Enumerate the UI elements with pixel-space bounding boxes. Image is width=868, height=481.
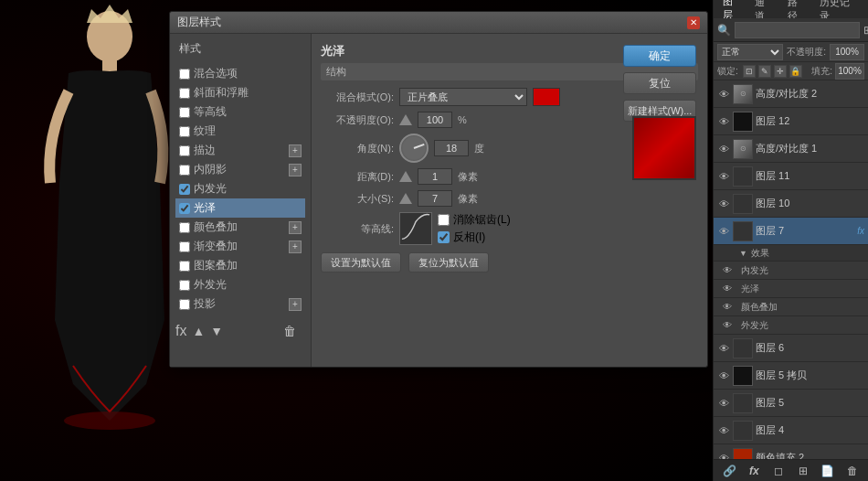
effect-visibility-color-overlay-effect[interactable]: 👁 — [723, 302, 734, 313]
add-fx-icon[interactable]: fx — [746, 463, 762, 479]
layer-item-adjustment2[interactable]: 👁⊙高度/对比度 1 — [714, 135, 868, 163]
effect-visibility-outer-glow-effect[interactable]: 👁 — [723, 320, 734, 331]
layer-item-layer7[interactable]: 👁图层 7fx — [714, 218, 868, 245]
opacity-input-layers[interactable] — [830, 44, 864, 60]
effect-item-satin-effect[interactable]: 👁光泽 — [714, 280, 868, 298]
add-btn-drop-shadow[interactable]: + — [289, 298, 302, 311]
up-icon[interactable]: ▲ — [192, 324, 205, 338]
style-item-bevel[interactable]: 斜面和浮雕 — [175, 83, 305, 102]
layer-item-layer5[interactable]: 👁图层 5 — [714, 390, 868, 417]
style-item-contour-bevel[interactable]: 等高线 — [175, 102, 305, 122]
lock-image-icon[interactable]: ✎ — [758, 65, 771, 78]
style-checkbox-color-overlay[interactable] — [179, 222, 190, 233]
style-item-inner-glow[interactable]: 内发光 — [175, 179, 305, 198]
style-checkbox-texture[interactable] — [179, 126, 190, 137]
layer-item-layer12[interactable]: 👁图层 12 — [714, 108, 868, 135]
add-btn-inner-shadow[interactable]: + — [289, 164, 302, 176]
style-checkbox-gradient-overlay[interactable] — [179, 241, 190, 252]
lock-position-icon[interactable]: ✛ — [774, 65, 787, 78]
search-icon[interactable]: 🔍 — [717, 23, 731, 37]
add-btn-gradient-overlay[interactable]: + — [289, 240, 302, 253]
effect-item-outer-glow-effect[interactable]: 👁外发光 — [714, 316, 868, 335]
layer-item-layer11[interactable]: 👁图层 11 — [714, 163, 868, 190]
contour-preview[interactable] — [399, 212, 432, 245]
filter-kind-icon[interactable]: ⊞ — [863, 23, 868, 37]
style-item-satin[interactable]: 光泽 — [175, 198, 305, 218]
layer-item-adjustment1[interactable]: 👁⊙高度/对比度 2 — [714, 80, 868, 108]
layer-item-layer10[interactable]: 👁图层 10 — [714, 190, 868, 218]
add-btn-stroke[interactable]: + — [289, 144, 302, 157]
style-item-color-overlay[interactable]: 颜色叠加+ — [175, 218, 305, 237]
layer-visibility-layer6[interactable]: 👁 — [717, 342, 730, 355]
style-checkbox-outer-glow[interactable] — [179, 280, 190, 291]
layer-visibility-layer11[interactable]: 👁 — [717, 170, 730, 183]
layer-visibility-layer7[interactable]: 👁 — [717, 225, 730, 238]
link-layers-icon[interactable]: 🔗 — [721, 463, 737, 479]
effect-item-inner-glow-effect[interactable]: 👁内发光 — [714, 262, 868, 280]
fx-icon[interactable]: fx — [175, 323, 186, 339]
fill-input[interactable] — [835, 63, 864, 80]
style-checkbox-inner-shadow[interactable] — [179, 165, 190, 176]
layer-item-layer5-copy[interactable]: 👁图层 5 拷贝 — [714, 362, 868, 390]
anti-alias-row[interactable]: 消除锯齿(L) — [438, 212, 511, 228]
effect-visibility-inner-glow-effect[interactable]: 👁 — [723, 265, 734, 276]
style-checkbox-satin[interactable] — [179, 203, 190, 214]
layer-visibility-layer12[interactable]: 👁 — [717, 115, 730, 128]
new-fill-layer-icon[interactable]: ⊞ — [795, 463, 811, 479]
set-default-button[interactable]: 设置为默认值 — [321, 252, 401, 273]
layer-search-input[interactable] — [735, 22, 860, 38]
style-checkbox-contour-bevel[interactable] — [179, 107, 190, 118]
effect-item-color-overlay-effect[interactable]: 👁颜色叠加 — [714, 298, 868, 316]
style-item-pattern-overlay[interactable]: 图案叠加 — [175, 256, 305, 275]
reset-default-button[interactable]: 复位为默认值 — [408, 252, 489, 273]
invert-checkbox[interactable] — [438, 231, 450, 243]
style-checkbox-pattern-overlay[interactable] — [179, 261, 190, 272]
style-checkbox-inner-glow[interactable] — [179, 184, 190, 195]
style-item-drop-shadow[interactable]: 投影+ — [175, 294, 305, 314]
color-swatch[interactable] — [533, 88, 560, 106]
reset-button[interactable]: 复位 — [623, 72, 696, 94]
add-mask-icon[interactable]: ◻ — [770, 463, 787, 479]
blend-mode-select[interactable]: 正片叠底 — [399, 88, 527, 106]
add-btn-color-overlay[interactable]: + — [289, 221, 302, 234]
ok-button[interactable]: 确定 — [623, 45, 696, 67]
style-item-inner-shadow[interactable]: 内阴影+ — [175, 160, 305, 179]
layer-blend-select[interactable]: 正常 — [717, 44, 783, 60]
invert-row[interactable]: 反相(I) — [438, 230, 511, 245]
angle-input[interactable] — [434, 140, 469, 156]
style-item-stroke[interactable]: 描边+ — [175, 141, 305, 160]
down-icon[interactable]: ▼ — [210, 324, 223, 338]
layer-visibility-adjustment2[interactable]: 👁 — [717, 143, 730, 155]
style-checkbox-blend-options[interactable] — [179, 69, 190, 80]
style-checkbox-drop-shadow[interactable] — [179, 299, 190, 310]
style-item-gradient-overlay[interactable]: 渐变叠加+ — [175, 237, 305, 256]
lock-transparent-icon[interactable]: ⊡ — [743, 65, 756, 78]
delete-icon[interactable]: 🗑 — [283, 324, 296, 338]
distance-slider[interactable] — [399, 171, 412, 182]
delete-layer-icon[interactable]: 🗑 — [844, 463, 861, 479]
style-checkbox-stroke[interactable] — [179, 145, 190, 156]
layer-visibility-adjustment1[interactable]: 👁 — [717, 88, 730, 101]
layer-item-layer6[interactable]: 👁图层 6 — [714, 335, 868, 362]
layer-visibility-layer10[interactable]: 👁 — [717, 198, 730, 210]
style-checkbox-bevel[interactable] — [179, 88, 190, 99]
lock-all-icon[interactable]: 🔒 — [789, 65, 802, 78]
layer-item-layer4[interactable]: 👁图层 4 — [714, 417, 868, 444]
size-slider[interactable] — [399, 193, 412, 204]
effect-visibility-satin-effect[interactable]: 👁 — [723, 283, 734, 294]
opacity-slider[interactable] — [399, 114, 412, 125]
anti-alias-checkbox[interactable] — [438, 214, 450, 226]
angle-dial[interactable] — [399, 134, 429, 163]
style-item-texture[interactable]: 纹理 — [175, 122, 305, 141]
layer-item-fill2[interactable]: 👁颜色填充 2 — [714, 444, 868, 459]
size-input[interactable] — [418, 190, 452, 207]
layer-visibility-layer4[interactable]: 👁 — [717, 424, 730, 437]
distance-input[interactable] — [418, 168, 452, 185]
layer-visibility-fill2[interactable]: 👁 — [717, 452, 730, 460]
layer-visibility-layer5-copy[interactable]: 👁 — [717, 369, 730, 382]
style-item-blend-options[interactable]: 混合选项 — [175, 64, 305, 83]
new-layer-icon[interactable]: 📄 — [820, 463, 836, 479]
opacity-input[interactable] — [418, 112, 452, 128]
layer-visibility-layer5[interactable]: 👁 — [717, 397, 730, 410]
dialog-close-button[interactable]: ✕ — [687, 16, 700, 29]
